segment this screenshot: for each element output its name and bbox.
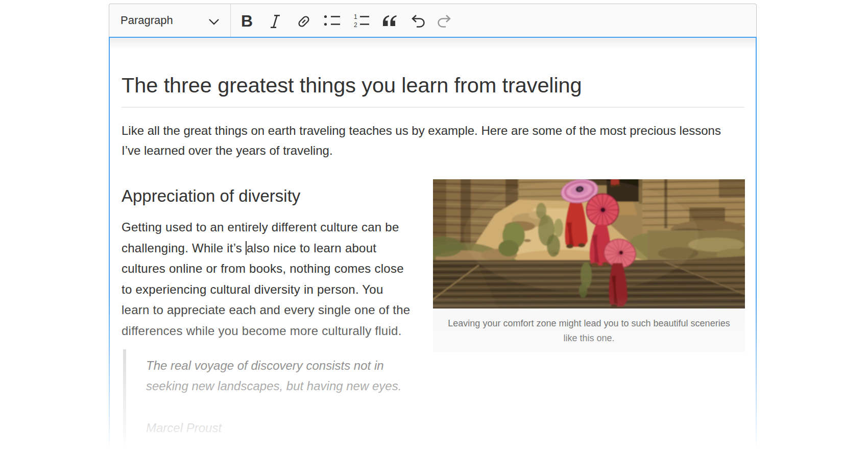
svg-text:2: 2 xyxy=(354,21,357,28)
svg-text:1: 1 xyxy=(354,13,357,20)
